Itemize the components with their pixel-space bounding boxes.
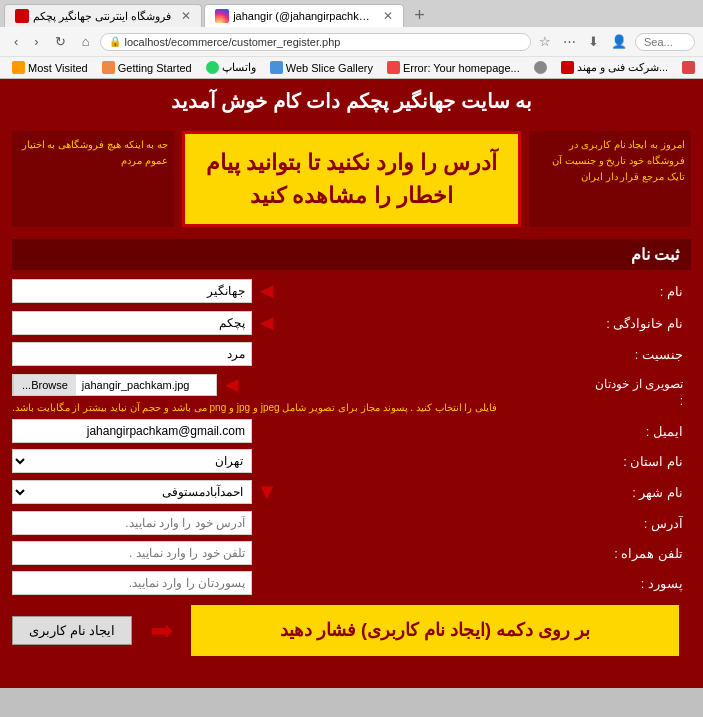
label-city: نام شهر : xyxy=(591,485,691,500)
tab-favicon-2 xyxy=(215,9,229,23)
tab-close-2[interactable]: ✕ xyxy=(383,9,393,23)
submit-arrow-icon: ➡ xyxy=(150,614,173,647)
label-gender: جنسیت : xyxy=(591,347,691,362)
input-address[interactable] xyxy=(12,511,252,535)
label-name: نام : xyxy=(591,284,691,299)
arrow-photo: ◄ xyxy=(221,372,243,398)
back-button[interactable]: ‹ xyxy=(8,31,24,52)
tab-favicon-1 xyxy=(15,9,29,23)
bottom-instruction-box: بر روی دکمه (ایجاد نام کاربری) فشار دهید xyxy=(191,605,679,656)
bookmark-glob-icon xyxy=(534,61,547,74)
banner-area: جه به اینکه هیچ فروشگاهی به اختیار عموم … xyxy=(0,123,703,235)
label-address: آدرس : xyxy=(591,516,691,531)
banner-right-text: جه به اینکه هیچ فروشگاهی به اختیار عموم … xyxy=(12,131,174,227)
tab-close-1[interactable]: ✕ xyxy=(181,9,191,23)
bookmark-icon[interactable]: ☆ xyxy=(535,32,555,51)
nav-icons: ☆ ⋯ ⬇ 👤 xyxy=(535,32,631,51)
form-row-name: نام : ◄ xyxy=(12,278,691,304)
form-title-bar: ثبت نام xyxy=(12,239,691,270)
bookmark-star-icon xyxy=(12,61,25,74)
input-wrap-lastname: ◄ xyxy=(12,310,591,336)
bookmark-company-label: شرکت فنی و مهند... xyxy=(577,61,668,74)
tab-bar: فروشگاه اینترنتی جهانگیر پچکم ✕ jahangir… xyxy=(0,0,703,27)
bookmark-most-visited[interactable]: Most Visited xyxy=(6,59,94,76)
forward-button[interactable]: › xyxy=(28,31,44,52)
input-wrap-address xyxy=(12,511,591,535)
label-email: ایمیل : xyxy=(591,424,691,439)
input-wrap-phone xyxy=(12,541,591,565)
bookmark-whatsapp[interactable]: واتساپ xyxy=(200,59,262,76)
tab-1[interactable]: فروشگاه اینترنتی جهانگیر پچکم ✕ xyxy=(4,4,202,27)
form-row-photo: تصویری از خودتان : ◄ jahangir_pachkam.jp… xyxy=(12,372,691,413)
arrow-name: ◄ xyxy=(256,278,278,304)
lock-icon: 🔒 xyxy=(109,36,121,47)
form-row-city: نام شهر : ▼ احمدآبادمستوفی xyxy=(12,479,691,505)
label-password: پسورد : xyxy=(591,576,691,591)
input-phone[interactable] xyxy=(12,541,252,565)
input-gender[interactable] xyxy=(12,342,252,366)
profile-icon[interactable]: 👤 xyxy=(607,32,631,51)
input-password[interactable] xyxy=(12,571,252,595)
submit-button[interactable]: ایجاد نام کاربری xyxy=(12,616,132,645)
label-province: نام استان : xyxy=(591,454,691,469)
form-title: ثبت نام xyxy=(631,246,679,263)
form-row-lastname: نام خانوادگی : ◄ xyxy=(12,310,691,336)
bookmark-red-icon xyxy=(561,61,574,74)
form-section: ثبت نام نام : ◄ نام خانوادگی : ◄ جنسیت : xyxy=(0,235,703,668)
form-row-province: نام استان : تهران xyxy=(12,449,691,473)
menu-icon[interactable]: ⋯ xyxy=(559,32,580,51)
file-input-box: jahangir_pachkam.jpg Browse... xyxy=(12,374,217,396)
bookmark-cp-icon xyxy=(682,61,695,74)
bookmark-cp[interactable] xyxy=(676,59,701,76)
form-row-email: ایمیل : xyxy=(12,419,691,443)
select-city[interactable]: احمدآبادمستوفی xyxy=(12,480,252,504)
tab-2[interactable]: jahangir (@jahangirpachkam) • In... ✕ xyxy=(204,4,404,27)
input-wrap-province: تهران xyxy=(12,449,591,473)
bookmark-ws-label: Web Slice Gallery xyxy=(286,62,373,74)
page-content: به سایت جهانگیر پچکم دات کام خوش آمدید ج… xyxy=(0,79,703,688)
form-row-gender: جنسیت : xyxy=(12,342,691,366)
tab-label-1: فروشگاه اینترنتی جهانگیر پچکم xyxy=(33,10,171,23)
input-wrap-name: ◄ xyxy=(12,278,591,304)
arrow-city: ▼ xyxy=(256,479,278,505)
input-wrap-email xyxy=(12,419,591,443)
form-row-address: آدرس : xyxy=(12,511,691,535)
input-lastname[interactable] xyxy=(12,311,252,335)
bookmark-webslice[interactable]: Web Slice Gallery xyxy=(264,59,379,76)
reload-button[interactable]: ↻ xyxy=(49,31,72,52)
bookmark-company[interactable]: شرکت فنی و مهند... xyxy=(555,59,674,76)
form-row-password: پسورد : xyxy=(12,571,691,595)
input-wrap-city: ▼ احمدآبادمستوفی xyxy=(12,479,591,505)
new-tab-button[interactable]: + xyxy=(406,5,433,26)
input-name[interactable] xyxy=(12,279,252,303)
bookmark-getting-started[interactable]: Getting Started xyxy=(96,59,198,76)
browse-button[interactable]: Browse... xyxy=(13,375,76,395)
download-icon[interactable]: ⬇ xyxy=(584,32,603,51)
nav-bar: ‹ › ↻ ⌂ 🔒 localhost/ecommerce/customer_r… xyxy=(0,27,703,56)
bookmark-wa-icon xyxy=(206,61,219,74)
label-photo: تصویری از خودتان : xyxy=(591,376,691,410)
home-button[interactable]: ⌂ xyxy=(76,31,96,52)
select-province[interactable]: تهران xyxy=(12,449,252,473)
bookmark-glob[interactable] xyxy=(528,59,553,76)
bookmark-error[interactable]: Error: Your homepage... xyxy=(381,59,526,76)
tab-label-2: jahangir (@jahangirpachkam) • In... xyxy=(233,10,373,22)
arrow-lastname: ◄ xyxy=(256,310,278,336)
bookmark-most-visited-label: Most Visited xyxy=(28,62,88,74)
input-wrap-password xyxy=(12,571,591,595)
bookmark-err-label: Error: Your homepage... xyxy=(403,62,520,74)
file-name-display: jahangir_pachkam.jpg xyxy=(76,376,216,394)
bookmark-ws-icon xyxy=(270,61,283,74)
site-header: به سایت جهانگیر پچکم دات کام خوش آمدید xyxy=(0,79,703,123)
banner-center-message: آدرس را وارد نکنید تا بتوانید پیام اخطار… xyxy=(182,131,521,227)
input-wrap-gender xyxy=(12,342,591,366)
bookmarks-bar: Most Visited Getting Started واتساپ Web … xyxy=(0,56,703,78)
label-phone: تلفن همراه : xyxy=(591,546,691,561)
file-note: فایلی را انتخاب کنید . پسوند مجاز برای ت… xyxy=(12,402,497,413)
input-email[interactable] xyxy=(12,419,252,443)
search-input[interactable] xyxy=(635,33,695,51)
submit-area: بر روی دکمه (ایجاد نام کاربری) فشار دهید… xyxy=(12,605,691,656)
file-area: ◄ jahangir_pachkam.jpg Browse... فایلی ر… xyxy=(12,372,591,413)
address-bar[interactable]: 🔒 localhost/ecommerce/customer_register.… xyxy=(100,33,531,51)
bookmark-wa-label: واتساپ xyxy=(222,61,256,74)
